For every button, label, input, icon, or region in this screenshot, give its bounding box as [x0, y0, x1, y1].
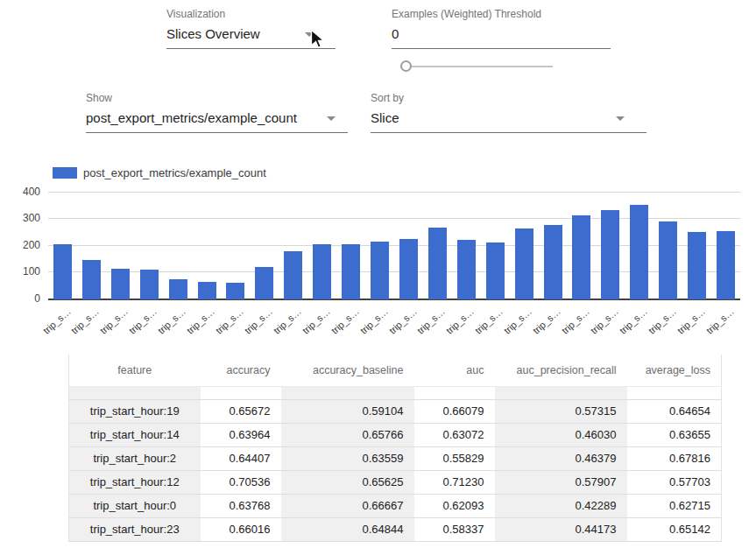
x-tick-label: trip_s… [560, 306, 591, 336]
bar[interactable] [688, 232, 706, 299]
x-tick-label: trip_s… [386, 306, 418, 336]
table-cell: 0.66667 [281, 494, 414, 517]
table-cell: 0.67816 [627, 446, 722, 470]
bar[interactable] [284, 251, 302, 299]
table-cell: 0.63072 [414, 423, 495, 446]
sort-by-select[interactable]: Slice [371, 110, 646, 133]
sort-by-selected-value: Slice [371, 110, 399, 125]
slider-handle[interactable] [400, 60, 412, 72]
show-label: Show [86, 92, 348, 104]
bar[interactable] [342, 244, 360, 299]
x-tick-label: trip_s… [69, 306, 101, 336]
table-cell: 0.71230 [414, 470, 495, 494]
table-cell: 0.63768 [201, 494, 281, 517]
bar[interactable] [457, 240, 476, 299]
bar[interactable] [226, 283, 244, 299]
threshold-field: Examples (Weighted) Threshold 0 [392, 8, 611, 49]
y-tick-label: 0 [0, 292, 40, 305]
visualization-label: Visualization [166, 8, 336, 20]
y-tick-label: 400 [0, 186, 40, 198]
x-tick-label: trip_s… [675, 306, 706, 336]
threshold-input[interactable]: 0 [392, 26, 611, 49]
bar[interactable] [53, 244, 72, 299]
bar[interactable] [371, 242, 389, 299]
sort-by-field: Sort by Slice [371, 92, 646, 133]
table-cell: 0.57703 [627, 470, 722, 494]
column-header-feature[interactable]: feature [69, 355, 201, 386]
table-cell: trip_start_hour:12 [69, 470, 201, 494]
table-cell: 0.55829 [414, 446, 495, 470]
bar[interactable] [399, 239, 418, 299]
x-tick-label: trip_s… [357, 306, 389, 336]
table-cell: 0.64654 [627, 399, 722, 423]
bar[interactable] [515, 228, 533, 299]
x-tick-label: trip_s… [646, 306, 678, 336]
bar[interactable] [486, 242, 505, 299]
x-tick-label: trip_s… [98, 306, 130, 336]
x-tick-label: trip_s… [243, 306, 274, 336]
table-cell: 0.57907 [495, 470, 627, 494]
x-tick-label: trip_s… [214, 306, 245, 336]
legend-swatch-icon [53, 167, 77, 179]
table-filter-row [69, 386, 722, 399]
bar[interactable] [111, 269, 130, 299]
column-header-accuracy[interactable]: accuracy [201, 355, 281, 386]
table-cell: 0.57315 [495, 399, 627, 423]
bar[interactable] [313, 244, 331, 299]
bar[interactable] [169, 279, 187, 299]
filter-cell [69, 386, 201, 399]
filter-cell [414, 386, 495, 399]
chevron-down-icon [616, 116, 625, 121]
x-tick-label: trip_s… [589, 306, 620, 336]
table-cell: trip_start_hour:14 [69, 423, 201, 446]
bar[interactable] [198, 282, 216, 299]
filter-cell [201, 386, 281, 399]
slider-track[interactable] [400, 66, 553, 67]
x-tick-label: trip_s… [272, 306, 303, 336]
bar[interactable] [140, 270, 159, 299]
table-row: trip_start_hour:20.644070.635590.558290.… [69, 446, 722, 470]
table-cell: 0.70536 [201, 470, 281, 494]
bar[interactable] [659, 221, 677, 299]
bar[interactable] [428, 228, 447, 299]
table-cell: 0.46379 [495, 446, 627, 470]
column-header-auc_precision_recall[interactable]: auc_precision_recall [495, 355, 627, 386]
show-field: Show post_export_metrics/example_count [86, 92, 348, 133]
x-tick-label: trip_s… [300, 306, 332, 336]
bar[interactable] [572, 215, 590, 299]
table-cell: trip_start_hour:2 [69, 446, 201, 470]
bar[interactable] [630, 205, 648, 299]
bar[interactable] [717, 231, 735, 299]
bar[interactable] [601, 210, 619, 299]
table-cell: 0.62093 [414, 494, 495, 517]
table-cell: 0.58337 [414, 517, 495, 541]
column-header-accuracy_baseline[interactable]: accuracy_baseline [281, 355, 414, 386]
table-row: trip_start_hour:190.656720.591040.660790… [69, 399, 722, 423]
show-metric-select[interactable]: post_export_metrics/example_count [86, 110, 348, 133]
bar[interactable] [82, 260, 101, 299]
mouse-cursor [307, 29, 327, 50]
table-row: trip_start_hour:230.660160.648440.583370… [69, 517, 722, 541]
bar[interactable] [255, 267, 273, 299]
x-tick-label: trip_s… [473, 306, 505, 336]
filter-cell [627, 386, 722, 399]
threshold-label: Examples (Weighted) Threshold [392, 8, 611, 20]
column-header-average_loss[interactable]: average_loss [627, 355, 722, 386]
table-header-row: featureaccuracyaccuracy_baselineaucauc_p… [69, 355, 722, 386]
bar[interactable] [544, 225, 562, 299]
x-tick-label: trip_s… [415, 306, 447, 336]
column-header-auc[interactable]: auc [414, 355, 495, 386]
threshold-slider[interactable] [400, 60, 553, 73]
x-tick-label: trip_s… [127, 306, 159, 336]
table-cell: 0.66079 [414, 399, 495, 423]
slices-overview-page: { "controls": { "visualization": { "labe… [0, 0, 756, 548]
table-cell: 0.64407 [201, 446, 281, 470]
sort-by-label: Sort by [371, 92, 646, 104]
table-cell: 0.46030 [495, 423, 627, 446]
filter-cell [281, 386, 414, 399]
table-cell: 0.66016 [201, 517, 281, 541]
table-row: trip_start_hour:140.639640.657660.630720… [69, 423, 722, 446]
table-cell: 0.59104 [281, 399, 414, 423]
table-cell: 0.63655 [627, 423, 722, 446]
table-body: trip_start_hour:190.656720.591040.660790… [69, 399, 722, 541]
